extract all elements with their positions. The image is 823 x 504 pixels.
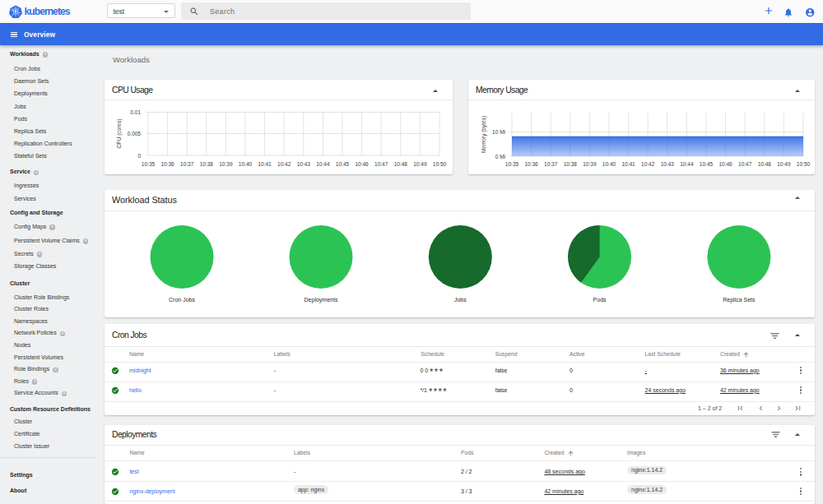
svg-text:10:48: 10:48	[394, 161, 408, 167]
svg-text:10:39: 10:39	[583, 161, 597, 167]
svg-text:10:44: 10:44	[316, 161, 330, 167]
svg-text:10:35: 10:35	[505, 161, 519, 167]
svg-text:Replica Sets: Replica Sets	[723, 297, 756, 303]
svg-text:10:42: 10:42	[641, 161, 655, 167]
svg-text:10:37: 10:37	[544, 161, 558, 167]
svg-text:10:46: 10:46	[718, 161, 732, 167]
svg-text:10:43: 10:43	[297, 161, 311, 167]
svg-text:0 Mi: 0 Mi	[495, 154, 505, 160]
svg-text:10:40: 10:40	[602, 161, 616, 167]
svg-text:Deployments: Deployments	[305, 297, 338, 303]
svg-text:10:38: 10:38	[564, 161, 578, 167]
svg-text:10:49: 10:49	[777, 161, 791, 167]
svg-text:10:45: 10:45	[700, 161, 714, 167]
svg-text:10:35: 10:35	[142, 161, 156, 167]
svg-text:10:46: 10:46	[355, 161, 369, 167]
svg-text:0.005: 0.005	[128, 131, 142, 136]
svg-text:Cron Jobs: Cron Jobs	[169, 297, 195, 303]
svg-text:0: 0	[137, 153, 141, 159]
svg-text:10:45: 10:45	[336, 161, 350, 167]
svg-text:10:50: 10:50	[797, 161, 811, 167]
svg-text:10 Mi: 10 Mi	[492, 129, 505, 135]
svg-text:10:43: 10:43	[661, 161, 675, 167]
svg-text:10:36: 10:36	[160, 161, 174, 167]
svg-text:10:36: 10:36	[524, 161, 538, 167]
svg-text:Memory (bytes): Memory (bytes)	[481, 116, 487, 153]
svg-text:10:48: 10:48	[758, 161, 772, 167]
svg-text:10:41: 10:41	[621, 161, 635, 167]
svg-text:10:44: 10:44	[680, 161, 694, 167]
svg-text:10:40: 10:40	[239, 161, 253, 167]
svg-text:10:42: 10:42	[277, 161, 291, 167]
svg-text:10:47: 10:47	[374, 161, 388, 167]
svg-text:10:39: 10:39	[219, 161, 233, 167]
svg-text:10:37: 10:37	[180, 161, 194, 167]
svg-text:10:47: 10:47	[738, 161, 752, 167]
svg-text:Jobs: Jobs	[454, 297, 467, 303]
svg-text:10:38: 10:38	[200, 161, 214, 167]
svg-text:Pods: Pods	[593, 297, 607, 303]
svg-text:10:41: 10:41	[258, 161, 272, 167]
svg-text:10:50: 10:50	[433, 161, 447, 167]
svg-text:0.01: 0.01	[130, 109, 141, 115]
svg-text:10:49: 10:49	[413, 161, 427, 167]
svg-text:CPU (cores): CPU (cores)	[116, 119, 123, 149]
